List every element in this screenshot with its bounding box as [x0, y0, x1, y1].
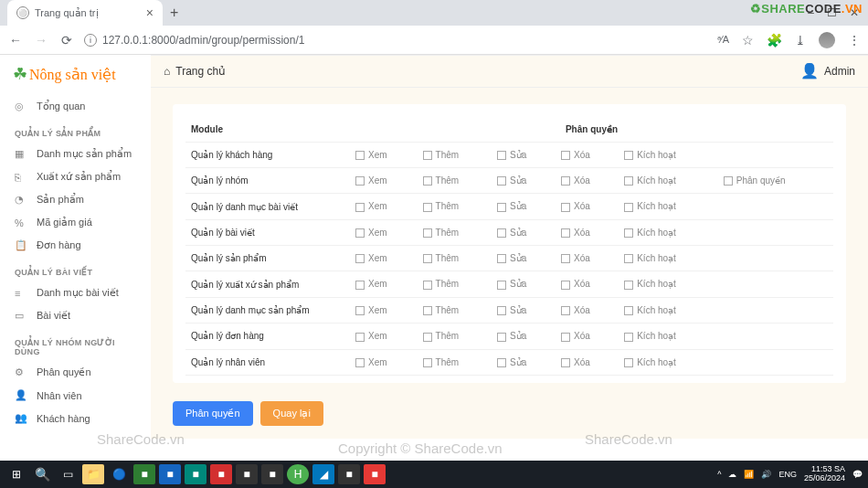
- tray-clock[interactable]: 11:53 SA 25/06/2024: [804, 465, 845, 483]
- checkbox-add[interactable]: Thêm: [423, 201, 460, 211]
- sidebar-item-staff[interactable]: 👤Nhân viên: [0, 384, 151, 407]
- checkbox-delete[interactable]: Xóa: [561, 305, 590, 315]
- checkbox-view[interactable]: Xem: [355, 150, 387, 160]
- translate-icon[interactable]: ᵃ⁄A: [717, 34, 729, 46]
- chrome-icon[interactable]: 🔵: [108, 464, 130, 484]
- tray-wifi-icon[interactable]: 📶: [744, 470, 754, 479]
- download-icon[interactable]: ⤓: [795, 33, 806, 48]
- book-icon: ▭: [15, 310, 27, 322]
- tray-notification-icon[interactable]: 💬: [852, 470, 863, 479]
- checkbox-activate[interactable]: Kích hoạt: [624, 357, 676, 367]
- tray-lang[interactable]: ENG: [778, 470, 797, 479]
- checkbox-add[interactable]: Thêm: [423, 228, 460, 238]
- app-icon[interactable]: ■: [364, 464, 386, 484]
- checkbox-perm[interactable]: Phân quyền: [724, 175, 786, 186]
- explorer-icon[interactable]: 📁: [82, 464, 104, 484]
- checkbox-activate[interactable]: Kích hoạt: [624, 305, 676, 315]
- checkbox-view[interactable]: Xem: [355, 253, 387, 263]
- checkbox-add[interactable]: Thêm: [423, 305, 460, 315]
- checkbox-activate[interactable]: Kích hoạt: [624, 150, 676, 160]
- breadcrumb[interactable]: ⌂ Trang chủ: [164, 65, 226, 78]
- checkbox-delete[interactable]: Xóa: [561, 228, 590, 238]
- checkbox-add[interactable]: Thêm: [423, 331, 460, 341]
- checkbox-view[interactable]: Xem: [355, 279, 387, 289]
- submit-button[interactable]: Phân quyền: [173, 401, 253, 426]
- task-view-icon[interactable]: ▭: [57, 464, 79, 484]
- tray-volume-icon[interactable]: 🔊: [761, 470, 771, 479]
- checkbox-delete[interactable]: Xóa: [561, 279, 590, 289]
- checkbox-delete[interactable]: Xóa: [561, 150, 590, 160]
- checkbox-edit[interactable]: Sửa: [497, 201, 526, 211]
- tray-cloud-icon[interactable]: ☁: [728, 470, 736, 479]
- checkbox-add[interactable]: Thêm: [423, 175, 460, 186]
- user-menu[interactable]: 👤 Admin: [800, 62, 855, 80]
- sidebar-item-product[interactable]: ◔Sản phẩm: [0, 188, 151, 211]
- checkbox-edit[interactable]: Sửa: [497, 357, 526, 367]
- checkbox-add[interactable]: Thêm: [423, 279, 460, 289]
- search-icon[interactable]: 🔍: [31, 464, 53, 484]
- cell-module: Quản lý danh mục bài viết: [185, 194, 350, 219]
- app-icon[interactable]: ■: [338, 464, 360, 484]
- extensions-icon[interactable]: 🧩: [767, 33, 782, 48]
- sidebar-item-order[interactable]: 📋Đơn hàng: [0, 234, 151, 257]
- checkbox-add[interactable]: Thêm: [423, 253, 460, 263]
- checkbox-view[interactable]: Xem: [355, 305, 387, 315]
- checkbox-edit[interactable]: Sửa: [497, 279, 526, 289]
- app-icon[interactable]: ■: [159, 464, 181, 484]
- new-tab-button[interactable]: +: [163, 5, 185, 21]
- sidebar-item-overview[interactable]: ◎ Tổng quan: [0, 95, 151, 118]
- bookmark-icon[interactable]: ☆: [742, 33, 754, 48]
- back-button[interactable]: Quay lại: [260, 401, 323, 426]
- checkbox-edit[interactable]: Sửa: [497, 175, 526, 186]
- person-icon: 👤: [15, 389, 27, 401]
- sidebar-item-discount[interactable]: %Mã giảm giá: [0, 211, 151, 234]
- start-icon[interactable]: ⊞: [5, 464, 27, 484]
- checkbox-delete[interactable]: Xóa: [561, 357, 590, 367]
- browser-tab[interactable]: ⚪ Trang quản trị ×: [7, 0, 163, 26]
- checkbox-delete[interactable]: Xóa: [561, 331, 590, 341]
- profile-avatar[interactable]: [819, 32, 835, 48]
- tray-chevron-icon[interactable]: ^: [717, 470, 721, 479]
- checkbox-delete[interactable]: Xóa: [561, 253, 590, 263]
- vscode-icon[interactable]: ◢: [312, 464, 334, 484]
- menu-icon[interactable]: ⋮: [848, 33, 861, 48]
- checkbox-edit[interactable]: Sửa: [497, 305, 526, 315]
- checkbox-view[interactable]: Xem: [355, 175, 387, 186]
- checkbox-activate[interactable]: Kích hoạt: [624, 201, 676, 211]
- site-info-icon[interactable]: i: [84, 34, 97, 47]
- app-icon[interactable]: H: [287, 464, 309, 484]
- url-field[interactable]: i 127.0.0.1:8000/admin/group/permission/…: [84, 34, 304, 47]
- checkbox-activate[interactable]: Kích hoạt: [624, 279, 676, 289]
- checkbox-edit[interactable]: Sửa: [497, 228, 526, 238]
- checkbox-activate[interactable]: Kích hoạt: [624, 175, 676, 186]
- sidebar-item-customer[interactable]: 👥Khách hàng: [0, 407, 151, 430]
- app-icon[interactable]: ■: [133, 464, 155, 484]
- sidebar-item-product-category[interactable]: ▦Danh mục sản phẩm: [0, 143, 151, 165]
- app-icon[interactable]: ■: [210, 464, 232, 484]
- sidebar-item-product-origin[interactable]: ⎘Xuất xứ sản phẩm: [0, 165, 151, 188]
- checkbox-view[interactable]: Xem: [355, 357, 387, 367]
- checkbox-activate[interactable]: Kích hoạt: [624, 331, 676, 341]
- app-icon[interactable]: ■: [185, 464, 206, 484]
- checkbox-add[interactable]: Thêm: [423, 150, 460, 160]
- forward-icon[interactable]: →: [33, 33, 49, 48]
- sidebar-item-post[interactable]: ▭Bài viết: [0, 304, 151, 327]
- checkbox-add[interactable]: Thêm: [423, 357, 460, 367]
- checkbox-activate[interactable]: Kích hoạt: [624, 228, 676, 238]
- checkbox-edit[interactable]: Sửa: [497, 253, 526, 263]
- checkbox-view[interactable]: Xem: [355, 201, 387, 211]
- checkbox-view[interactable]: Xem: [355, 331, 387, 341]
- checkbox-edit[interactable]: Sửa: [497, 331, 526, 341]
- checkbox-delete[interactable]: Xóa: [561, 201, 590, 211]
- back-icon[interactable]: ←: [7, 33, 24, 48]
- checkbox-view[interactable]: Xem: [355, 228, 387, 238]
- checkbox-activate[interactable]: Kích hoạt: [624, 253, 676, 263]
- sidebar-item-post-category[interactable]: ≡Danh mục bài viết: [0, 281, 151, 304]
- checkbox-delete[interactable]: Xóa: [561, 175, 590, 186]
- app-icon[interactable]: ■: [236, 464, 258, 484]
- reload-icon[interactable]: ⟳: [58, 33, 75, 48]
- tab-close-icon[interactable]: ×: [146, 5, 153, 20]
- app-icon[interactable]: ■: [261, 464, 283, 484]
- sidebar-item-permission[interactable]: ⚙Phân quyền: [0, 361, 151, 384]
- checkbox-edit[interactable]: Sửa: [497, 150, 526, 160]
